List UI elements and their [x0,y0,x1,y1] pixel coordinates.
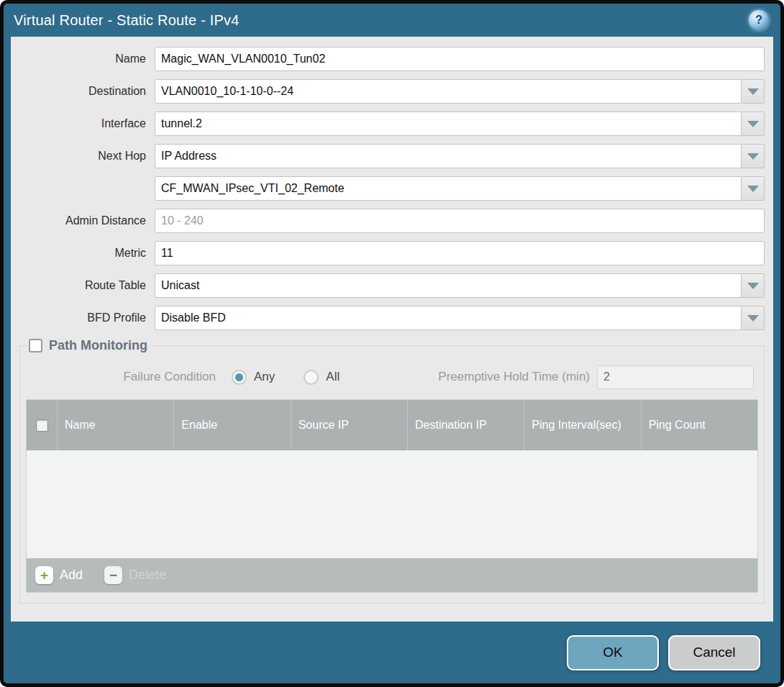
chevron-down-icon [747,186,759,192]
interface-input[interactable] [155,112,742,136]
interface-label: Interface [11,117,155,130]
minus-icon: − [104,566,122,584]
chevron-down-icon [747,153,759,160]
failure-condition-any-radio[interactable] [232,370,247,385]
admin-distance-input[interactable] [155,209,765,233]
next-hop-dropdown-button[interactable] [742,144,765,168]
title-bar: Virtual Router - Static Route - IPv4 ? [4,4,780,37]
preemptive-hold-input[interactable] [597,365,754,389]
bfd-profile-label: BFD Profile [11,311,155,324]
chevron-down-icon [747,121,759,127]
next-hop-address-row [11,176,765,201]
column-header-ping-count[interactable]: Ping Count [641,400,757,450]
destination-dropdown-button[interactable] [742,79,765,104]
column-header-source-ip[interactable]: Source IP [291,400,407,450]
table-footer-bar: + Add − Delete [27,558,757,592]
destination-row: Destination [11,79,765,104]
failure-condition-all-radio[interactable] [304,370,319,385]
next-hop-type-input[interactable] [155,144,742,168]
path-monitoring-section: Path Monitoring Failure Condition Any Al… [19,338,765,604]
column-header-enable[interactable]: Enable [173,400,290,450]
table-header-row: Name Enable Source IP Destination IP Pin… [27,400,757,450]
column-header-destination-ip[interactable]: Destination IP [407,400,524,450]
route-table-label: Route Table [11,279,155,292]
cancel-button[interactable]: Cancel [668,635,760,670]
chevron-down-icon [747,315,759,322]
metric-input[interactable] [155,241,765,265]
failure-condition-all-label: All [326,370,339,384]
ok-button[interactable]: OK [567,635,659,670]
table-select-all-cell [27,400,57,450]
path-monitoring-table: Name Enable Source IP Destination IP Pin… [26,399,758,593]
destination-label: Destination [11,85,155,98]
next-hop-address-dropdown-button[interactable] [742,176,765,201]
radio-selected-dot [235,373,243,381]
add-button-label: Add [60,568,83,583]
failure-condition-label: Failure Condition [26,370,222,384]
bfd-profile-row: BFD Profile [11,306,765,330]
dialog-footer: OK Cancel [4,622,780,683]
name-row: Name [11,47,765,71]
route-form: Name Destination Interface [11,37,773,330]
chevron-down-icon [747,283,759,289]
failure-condition-row: Failure Condition Any All Preemptive Hol… [26,365,754,389]
path-monitoring-legend: Path Monitoring [27,338,153,353]
add-button[interactable]: + Add [35,566,83,584]
static-route-dialog: Virtual Router - Static Route - IPv4 ? N… [0,0,784,687]
metric-row: Metric [11,241,765,265]
interface-row: Interface [11,112,765,136]
route-table-dropdown-button[interactable] [742,273,765,298]
name-label: Name [11,53,155,65]
bfd-profile-input[interactable] [155,306,742,330]
delete-button[interactable]: − Delete [104,566,166,584]
failure-condition-any-label: Any [254,370,275,384]
route-table-input[interactable] [155,273,742,298]
help-icon[interactable]: ? [749,10,769,30]
route-table-row: Route Table [11,273,765,298]
admin-distance-label: Admin Distance [11,214,155,227]
path-monitoring-checkbox[interactable] [29,339,42,352]
path-monitoring-title: Path Monitoring [49,338,147,353]
select-all-checkbox[interactable] [36,419,48,432]
destination-input[interactable] [155,79,742,104]
bfd-profile-dropdown-button[interactable] [742,306,765,330]
admin-distance-row: Admin Distance [11,209,765,233]
dialog-title: Virtual Router - Static Route - IPv4 [14,12,240,29]
plus-icon: + [35,566,53,584]
column-header-name[interactable]: Name [57,400,173,450]
column-header-ping-interval[interactable]: Ping Interval(sec) [524,400,640,450]
chevron-down-icon [747,88,759,95]
next-hop-address-input[interactable] [155,176,742,201]
dialog-body: Name Destination Interface [11,37,773,622]
delete-button-label: Delete [129,568,166,583]
metric-label: Metric [11,247,155,260]
preemptive-hold-label: Preemptive Hold Time (min) [438,370,597,384]
next-hop-label: Next Hop [11,150,155,163]
interface-dropdown-button[interactable] [742,112,765,136]
table-body-empty [27,450,757,558]
name-input[interactable] [155,47,765,71]
next-hop-row: Next Hop [11,144,765,168]
